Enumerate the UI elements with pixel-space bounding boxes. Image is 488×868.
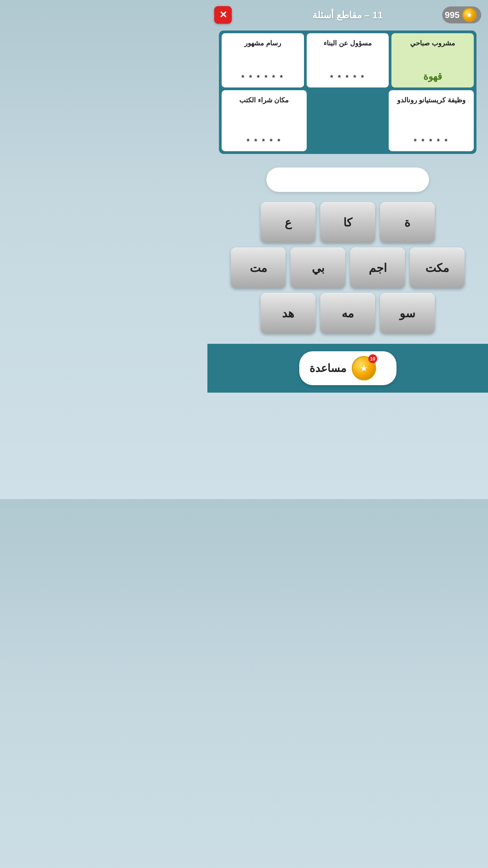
- cell-2-clue: مسؤول عن البناء: [324, 38, 371, 48]
- coins-count: 995: [445, 10, 460, 20]
- puzzle-cell-6[interactable]: مكان شراء الكتب * * * * *: [222, 90, 307, 151]
- answer-input-container: [266, 167, 429, 192]
- letter-btn-ajm[interactable]: اجم: [350, 248, 405, 288]
- puzzle-row-2: وظيفة كريستيانو رونالدو * * * * * مكان ش…: [222, 90, 474, 151]
- letter-row-1: ة كا ع: [219, 202, 476, 243]
- puzzle-cell-empty: [309, 90, 386, 151]
- letter-btn-ain[interactable]: ع: [261, 202, 316, 243]
- letter-btn-ha-dal[interactable]: هد: [261, 293, 316, 334]
- cell-6-clue: مكان شراء الكتب: [239, 95, 289, 105]
- puzzle-grid: مشروب صباحي قهوة مسؤول عن البناء * * * *…: [219, 31, 476, 154]
- letter-row-2: مكت اجم بي مت: [219, 248, 476, 288]
- cell-4-stars: * * * * *: [414, 137, 449, 146]
- puzzle-cell-4[interactable]: وظيفة كريستيانو رونالدو * * * * *: [389, 90, 474, 151]
- letter-btn-ka[interactable]: كا: [320, 202, 375, 243]
- cell-1-clue: مشروب صباحي: [410, 38, 455, 48]
- letter-buttons-container: ة كا ع مكت اجم بي مت سو مه هد: [219, 202, 476, 334]
- cell-3-stars: * * * * * *: [241, 73, 284, 82]
- page-title: 11 – مقاطع أسئلة: [312, 9, 383, 21]
- coins-badge: ★ 995: [442, 6, 481, 23]
- answer-input[interactable]: [266, 167, 429, 192]
- letter-btn-mt[interactable]: مت: [231, 248, 286, 288]
- letter-btn-ta-marbuta[interactable]: ة: [380, 202, 435, 243]
- close-icon: ✕: [219, 10, 227, 20]
- help-coin-icon: ★ 10: [352, 356, 376, 380]
- help-area: ★ 10 مساعدة: [207, 344, 488, 393]
- puzzle-cell-1[interactable]: مشروب صباحي قهوة: [391, 33, 474, 87]
- letter-btn-bi[interactable]: بي: [290, 248, 345, 288]
- cell-1-answer: قهوة: [423, 71, 442, 82]
- help-badge: 10: [368, 354, 377, 363]
- help-label: مساعدة: [309, 362, 346, 375]
- puzzle-cell-3[interactable]: رسام مشهور * * * * * *: [222, 33, 304, 87]
- header: ★ 995 11 – مقاطع أسئلة ✕: [207, 0, 488, 27]
- coin-star-icon: ★: [466, 12, 472, 18]
- cell-3-clue: رسام مشهور: [244, 38, 281, 48]
- letter-btn-su[interactable]: سو: [380, 293, 435, 334]
- cell-2-stars: * * * * *: [330, 73, 365, 82]
- help-button[interactable]: ★ 10 مساعدة: [299, 351, 396, 385]
- cell-6-stars: * * * * *: [247, 137, 282, 146]
- help-coin-star-icon: ★: [360, 363, 368, 374]
- letter-btn-mkt[interactable]: مكت: [410, 248, 465, 288]
- puzzle-row-1: مشروب صباحي قهوة مسؤول عن البناء * * * *…: [222, 33, 474, 87]
- letter-btn-ma-ha[interactable]: مه: [320, 293, 375, 334]
- cell-4-clue: وظيفة كريستيانو رونالدو: [397, 95, 466, 105]
- letter-row-3: سو مه هد: [219, 293, 476, 334]
- puzzle-cell-2[interactable]: مسؤول عن البناء * * * * *: [307, 33, 389, 87]
- close-button[interactable]: ✕: [214, 6, 232, 24]
- coin-icon: ★: [462, 8, 476, 22]
